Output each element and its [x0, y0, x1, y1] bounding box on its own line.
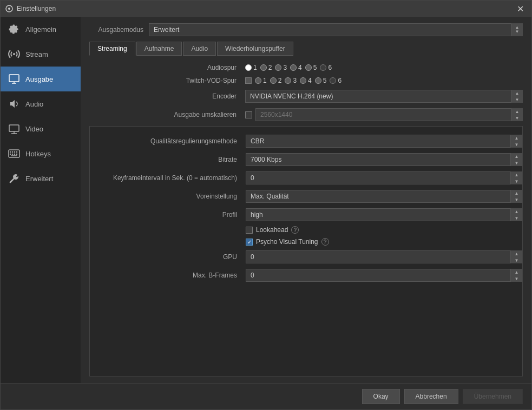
max-bframes-input[interactable] [246, 269, 522, 282]
qualitaetsreg-down[interactable]: ▼ [511, 141, 522, 148]
voreinstellung-row: Voreinstellung Max. Qualität ▲ ▼ [90, 187, 522, 206]
settings-window: Einstellungen ✕ Allgemein [0, 0, 532, 410]
ausgabe-umskalieren-down[interactable]: ▼ [511, 115, 523, 121]
sidebar-item-audio[interactable]: Audio [1, 91, 81, 116]
gpu-down[interactable]: ▼ [511, 257, 522, 263]
voreinstellung-select-wrapper: Max. Qualität ▲ ▼ [246, 190, 522, 203]
main-content: Allgemein Stream [1, 17, 531, 383]
keyframe-input[interactable] [246, 171, 522, 184]
voreinstellung-select[interactable]: Max. Qualität [246, 190, 522, 203]
twitch-vod-track-3[interactable]: 3 [285, 77, 297, 84]
titlebar-left: Einstellungen [5, 4, 56, 13]
max-bframes-down[interactable]: ▼ [511, 275, 522, 282]
keyframe-up[interactable]: ▲ [511, 171, 522, 178]
twitch-vod-track-5[interactable]: 5 [315, 77, 327, 84]
qualitaetsreg-select[interactable]: CBR [246, 135, 522, 148]
twitch-vod-radio-4[interactable] [300, 77, 306, 84]
psycho-visual-checkbox[interactable]: ✓ [246, 239, 253, 246]
audiospur-radio-3[interactable] [275, 64, 281, 71]
audiospur-radio-1[interactable] [245, 64, 252, 71]
psycho-visual-help-icon[interactable]: ? [321, 238, 329, 246]
audiospur-track-6[interactable]: 6 [320, 64, 332, 71]
max-bframes-row: Max. B-Frames ▲ ▼ [90, 266, 522, 285]
bitrate-row: Bitrate ▲ ▼ [90, 150, 522, 169]
sidebar-item-allgemein[interactable]: Allgemein [1, 17, 81, 42]
encoder-up[interactable]: ▲ [511, 90, 523, 96]
wifi-icon [8, 48, 20, 60]
output-mode-arrows: ▲ ▼ [511, 23, 523, 36]
tab-aufnahme[interactable]: Aufnahme [136, 42, 182, 56]
gpu-input[interactable] [246, 250, 522, 263]
voreinstellung-up[interactable]: ▲ [511, 190, 522, 196]
max-bframes-label: Max. B-Frames [90, 272, 241, 279]
keyframe-arrows: ▲ ▼ [510, 171, 522, 184]
twitch-vod-track-6[interactable]: 6 [330, 77, 341, 84]
audiospur-radio-4[interactable] [290, 64, 297, 71]
twitch-vod-radio-5[interactable] [315, 77, 321, 84]
audiospur-track-4[interactable]: 4 [290, 64, 302, 71]
twitch-vod-radio-6[interactable] [330, 77, 336, 84]
bitrate-up[interactable]: ▲ [511, 153, 522, 160]
tab-audio[interactable]: Audio [183, 42, 216, 56]
voreinstellung-down[interactable]: ▼ [511, 196, 522, 203]
audiospur-track-3[interactable]: 3 [275, 64, 287, 71]
sidebar-item-hotkeys[interactable]: Hotkeys [1, 141, 81, 166]
audiospur-radio-2[interactable] [260, 64, 267, 71]
twitch-vod-track-2[interactable]: 2 [270, 77, 282, 84]
uebernehmen-button[interactable]: Übernehmen [463, 389, 523, 404]
okay-button[interactable]: Okay [362, 389, 400, 404]
encoder-down[interactable]: ▼ [511, 96, 523, 103]
footer: Okay Abbrechen Übernehmen [1, 383, 531, 409]
lookahead-checkbox[interactable] [246, 227, 253, 234]
voreinstellung-arrows: ▲ ▼ [510, 190, 522, 203]
sidebar-item-video[interactable]: Video [1, 116, 81, 141]
output-mode-select[interactable]: Erweitert Einfach [149, 23, 523, 36]
encoder-arrows: ▲ ▼ [511, 90, 523, 103]
lookahead-help-icon[interactable]: ? [291, 226, 299, 234]
sidebar-item-erweitert[interactable]: Erweitert [1, 166, 81, 191]
bitrate-input[interactable] [246, 153, 522, 166]
inner-panel: Qualitätsregulierungsmethode CBR ▲ ▼ [89, 126, 523, 376]
qualitaetsreg-up[interactable]: ▲ [511, 135, 522, 141]
audiospur-row: Audiospur 1 2 3 [89, 61, 523, 74]
gpu-up[interactable]: ▲ [511, 250, 522, 257]
audiospur-label: Audiospur [89, 64, 241, 71]
main-area: Ausgabemodus Erweitert Einfach ▲ ▼ Strea… [81, 17, 531, 383]
profil-down[interactable]: ▼ [511, 215, 522, 221]
tab-streaming[interactable]: Streaming [89, 42, 135, 56]
audiospur-track-1[interactable]: 1 [245, 64, 257, 71]
twitch-vod-track-4[interactable]: 4 [300, 77, 312, 84]
profil-select[interactable]: high [246, 208, 522, 221]
audiospur-track-2[interactable]: 2 [260, 64, 272, 71]
ausgabe-umskalieren-checkbox[interactable] [245, 111, 252, 118]
abbrechen-button[interactable]: Abbrechen [404, 389, 458, 404]
bitrate-spinbox: ▲ ▼ [246, 153, 522, 166]
max-bframes-up[interactable]: ▲ [511, 269, 522, 275]
ausgabe-umskalieren-input[interactable] [255, 108, 523, 121]
ausgabe-umskalieren-up[interactable]: ▲ [511, 108, 523, 115]
close-button[interactable]: ✕ [514, 3, 527, 15]
twitch-vod-radio-3[interactable] [285, 77, 291, 84]
settings-panel: Audiospur 1 2 3 [89, 61, 523, 376]
qualitaetsreg-arrows: ▲ ▼ [510, 135, 522, 148]
speaker-icon [8, 98, 20, 110]
sidebar-item-ausgabe[interactable]: Ausgabe [1, 67, 81, 91]
sidebar-ausgabe-label: Ausgabe [25, 75, 53, 83]
twitch-vod-track-1[interactable]: 1 [255, 77, 267, 84]
twitch-vod-radio-1[interactable] [255, 77, 261, 84]
audiospur-radio-6[interactable] [320, 64, 326, 71]
encoder-label: Encoder [89, 92, 241, 100]
twitch-vod-checkbox[interactable] [245, 77, 252, 84]
encoder-select[interactable]: NVIDIA NVENC H.264 (new) [245, 90, 523, 103]
audiospur-track-5[interactable]: 5 [305, 64, 317, 71]
twitch-vod-radio-group: 1 2 3 4 [245, 77, 523, 84]
sidebar-item-stream[interactable]: Stream [1, 42, 81, 67]
twitch-vod-radio-2[interactable] [270, 77, 277, 84]
keyframe-down[interactable]: ▼ [511, 178, 522, 184]
max-bframes-arrows: ▲ ▼ [510, 269, 522, 282]
bitrate-down[interactable]: ▼ [511, 160, 522, 166]
audiospur-radio-5[interactable] [305, 64, 312, 71]
tab-wiederholungspuffer[interactable]: Wiederholungspuffer [217, 42, 293, 56]
output-mode-down[interactable]: ▼ [515, 30, 520, 34]
profil-up[interactable]: ▲ [511, 208, 522, 215]
